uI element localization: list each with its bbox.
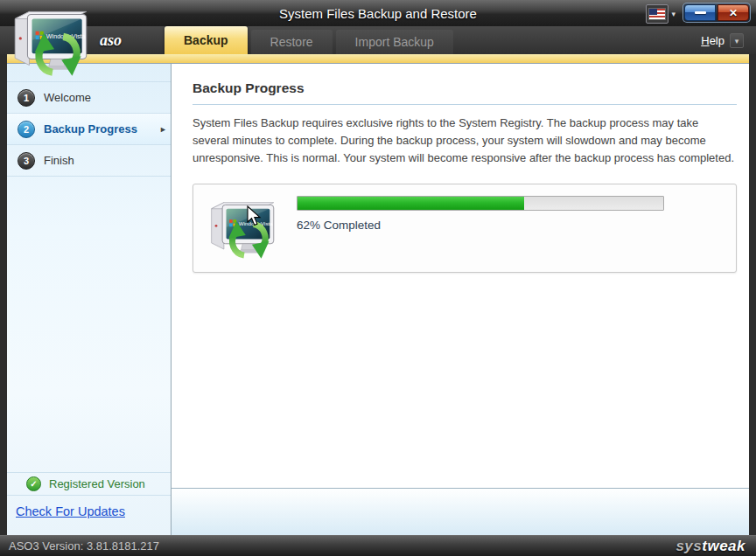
page-title: Backup Progress: [192, 80, 737, 96]
chevron-down-icon[interactable]: ▾: [671, 10, 676, 18]
tab-bar: aso Backup Restore Import Backup Help ▾: [0, 26, 756, 54]
window-title: System Files Backup and Restore: [279, 6, 477, 21]
sidebar-item-backup-progress[interactable]: 2 Backup Progress ►: [7, 114, 171, 145]
active-arrow-icon: ►: [159, 125, 167, 134]
accent-strip: [7, 54, 749, 64]
sidebar-item-finish[interactable]: 3 Finish ►: [7, 145, 171, 177]
wizard-sidebar: 1 Welcome ► 2 Backup Progress ► 3 Finish…: [7, 64, 172, 535]
progress-fill: [298, 197, 524, 210]
registered-version-row: ✓ Registered Version: [7, 472, 171, 496]
help-menu[interactable]: Help: [701, 34, 724, 47]
app-window: WindowsVista System Files Backup and Res…: [0, 0, 756, 556]
progress-panel: 62% Completed: [192, 184, 737, 273]
bottom-gradient-strip: [172, 488, 749, 535]
tab-backup[interactable]: Backup: [164, 26, 248, 54]
minimize-icon: [695, 11, 706, 14]
step-label: Welcome: [44, 91, 91, 104]
check-for-updates-link[interactable]: Check For Updates: [16, 504, 125, 518]
backup-description: System Files Backup requires exclusive r…: [192, 115, 737, 167]
heading-divider: [192, 104, 737, 105]
step-number-badge: 3: [18, 152, 35, 170]
tab-import-backup[interactable]: Import Backup: [336, 30, 453, 54]
brand-logo-text: aso: [100, 31, 122, 50]
title-bar: System Files Backup and Restore ▾ ✕: [0, 0, 756, 26]
minimize-button[interactable]: [684, 4, 716, 21]
tab-restore[interactable]: Restore: [251, 30, 332, 54]
close-button[interactable]: ✕: [718, 4, 749, 21]
status-bar: ASO3 Version: 3.81.8181.217 systweak: [0, 535, 756, 556]
check-icon: ✓: [26, 476, 41, 491]
app-logo: [8, 1, 97, 81]
flag-icon[interactable]: [646, 4, 668, 24]
step-number-badge: 2: [18, 121, 35, 138]
wizard-steps: 1 Welcome ► 2 Backup Progress ► 3 Finish…: [7, 81, 171, 177]
registered-version-label: Registered Version: [49, 477, 145, 490]
progress-percent-label: 62% Completed: [297, 219, 664, 232]
progress-bar: [297, 196, 664, 211]
step-label: Backup Progress: [44, 122, 137, 136]
close-icon: ✕: [729, 7, 738, 19]
systweak-logo: systweak: [676, 538, 746, 555]
language-selector[interactable]: ▾: [646, 4, 676, 24]
sidebar-item-welcome[interactable]: 1 Welcome ►: [7, 82, 171, 114]
version-label: ASO3 Version: 3.81.8181.217: [9, 539, 159, 553]
step-label: Finish: [44, 154, 74, 167]
app-logo-small: [204, 193, 284, 263]
step-number-badge: 1: [18, 89, 35, 107]
help-caret-icon[interactable]: ▾: [730, 33, 744, 48]
main-panel: Backup Progress System Files Backup requ…: [172, 64, 749, 535]
